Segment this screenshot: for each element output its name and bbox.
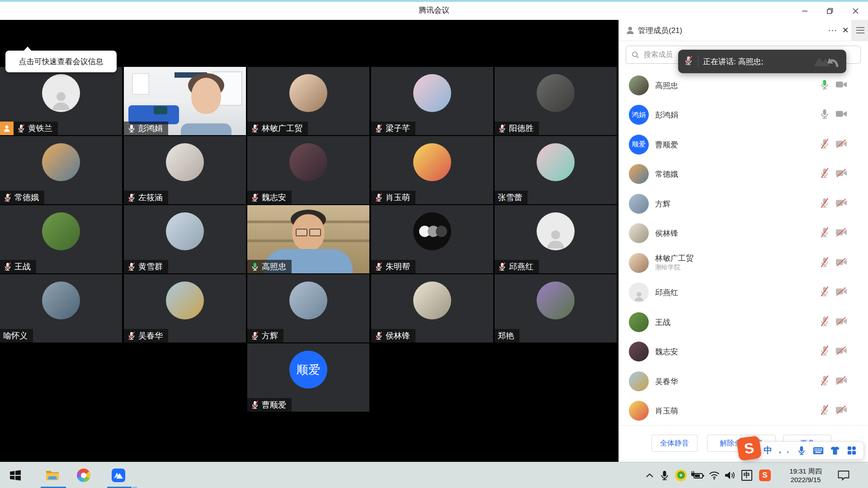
member-muted-mic-icon[interactable] — [819, 404, 830, 417]
member-camera-off-icon[interactable] — [835, 169, 847, 179]
member-row[interactable]: 王战 — [619, 307, 868, 337]
video-tile[interactable]: 顺爱 曹顺爱 — [247, 343, 369, 412]
member-row[interactable]: 鸿娟彭鸿娟 — [619, 100, 868, 130]
member-camera-off-icon[interactable] — [835, 258, 847, 268]
video-tile[interactable]: 王战 — [0, 205, 122, 273]
video-tile[interactable]: 张雪蕾 — [495, 136, 617, 204]
member-camera-off-icon[interactable] — [835, 376, 847, 386]
video-tile[interactable]: 肖玉萌 — [371, 136, 493, 204]
member-camera-off-icon[interactable] — [835, 139, 847, 150]
member-muted-mic-icon[interactable] — [819, 345, 830, 358]
ime-keyboard-icon[interactable] — [810, 441, 826, 460]
avatar — [629, 371, 649, 391]
minimize-button[interactable] — [792, 2, 817, 20]
minimize-icon — [801, 7, 808, 14]
member-muted-mic-icon[interactable] — [819, 197, 830, 210]
browser-button[interactable] — [73, 462, 94, 488]
member-row[interactable]: 林敏广工贸测绘学院 — [619, 248, 868, 277]
member-mic-on-icon[interactable] — [819, 108, 830, 121]
video-tile[interactable]: 郑艳 — [495, 274, 617, 343]
title-bar[interactable]: 腾讯会议 — [0, 0, 868, 20]
member-muted-mic-icon[interactable] — [819, 138, 830, 151]
action-center-button[interactable] — [837, 470, 850, 481]
member-row[interactable]: 高照忠 — [619, 70, 868, 100]
participant-name-label: 肖玉萌 — [371, 191, 415, 204]
video-tile[interactable]: 邱燕红 — [495, 205, 617, 273]
video-tile[interactable]: 朱明帮 — [371, 205, 493, 273]
member-row[interactable]: 魏志安 — [619, 337, 868, 366]
member-muted-mic-icon[interactable] — [819, 227, 830, 239]
ime-skin-icon[interactable] — [826, 441, 843, 460]
file-explorer-button[interactable] — [42, 462, 63, 488]
more-options-button[interactable]: ⋯ — [826, 20, 840, 41]
video-tile[interactable]: 林敏广工贸 — [247, 67, 369, 135]
start-button[interactable] — [5, 462, 26, 488]
member-muted-mic-icon[interactable] — [819, 286, 830, 299]
participant-name-label: 林敏广工贸 — [247, 122, 308, 135]
tray-battery-icon[interactable] — [690, 470, 705, 480]
member-muted-mic-icon[interactable] — [819, 168, 830, 180]
video-tile[interactable]: 吴春华 — [124, 274, 246, 343]
tencent-meeting-taskbar-button[interactable] — [108, 462, 129, 488]
ime-toolbar[interactable]: 中 。， — [744, 441, 864, 460]
member-name: 肖玉萌 — [655, 406, 678, 416]
member-row[interactable]: 常德娥 — [619, 160, 868, 189]
ime-toolbox-icon[interactable] — [843, 441, 860, 460]
tray-microphone-icon[interactable] — [659, 470, 670, 481]
member-camera-off-icon[interactable] — [835, 406, 847, 416]
member-camera-off-icon[interactable] — [835, 317, 847, 327]
member-row[interactable]: 方辉 — [619, 189, 868, 218]
participant-name: 黄铁兰 — [28, 123, 52, 134]
avatar — [289, 282, 327, 319]
panel-close-button[interactable]: ✕ — [839, 20, 852, 41]
sogou-ime-logo[interactable]: S — [736, 436, 762, 461]
member-row[interactable]: 吴春华 — [619, 366, 868, 396]
close-button[interactable] — [843, 2, 868, 20]
taskbar-clock[interactable]: 19:31 周四 2022/9/15 — [778, 467, 833, 484]
mute-all-button[interactable]: 全体静音 — [651, 435, 698, 452]
member-row[interactable]: 邱燕红 — [619, 278, 868, 307]
member-muted-mic-icon[interactable] — [819, 257, 830, 269]
member-camera-off-icon[interactable] — [835, 198, 847, 209]
tray-360-security-icon[interactable]: + — [675, 469, 687, 481]
member-row[interactable]: 顺爱曹顺爱 — [619, 130, 868, 159]
member-camera-on-icon[interactable] — [835, 80, 847, 90]
ime-voice-input-icon[interactable] — [793, 441, 810, 460]
member-muted-mic-icon[interactable] — [819, 316, 830, 328]
participant-name-label: 张雪蕾 — [495, 191, 528, 204]
video-tile[interactable]: 喻怀义 — [0, 274, 122, 343]
tray-wifi-icon[interactable] — [708, 470, 720, 480]
member-row[interactable]: 侯林锋 — [619, 219, 868, 248]
video-tile[interactable]: 黄雪群 — [124, 205, 246, 273]
video-tile[interactable]: 方辉 — [247, 274, 369, 343]
member-row[interactable]: 肖玉萌 — [619, 396, 868, 426]
member-camera-on-icon[interactable] — [835, 110, 847, 120]
video-tile[interactable]: 高照忠 — [247, 205, 369, 273]
member-muted-mic-icon[interactable] — [819, 375, 830, 388]
ime-chinese-mode[interactable]: 中 — [760, 441, 776, 460]
tray-show-hidden-icons[interactable] — [645, 473, 654, 478]
ime-punctuation-mode[interactable]: 。， — [776, 441, 793, 460]
video-tile[interactable]: 常德娥 — [0, 136, 122, 204]
video-tile[interactable]: 彭鸿娟 — [124, 67, 246, 135]
participant-name-label: 黄雪群 — [124, 260, 168, 273]
member-speaking-mic-icon[interactable] — [819, 79, 830, 92]
member-camera-off-icon[interactable] — [835, 287, 847, 298]
restore-button[interactable] — [817, 2, 843, 20]
member-name: 常德娥 — [655, 169, 678, 179]
tray-speaker-icon[interactable] — [724, 470, 736, 480]
member-camera-off-icon[interactable] — [835, 228, 847, 239]
panel-menu-button[interactable] — [852, 20, 868, 41]
participant-name: 常德娥 — [14, 192, 39, 203]
member-camera-off-icon[interactable] — [835, 347, 847, 357]
tray-sogou-icon[interactable]: S — [759, 469, 771, 481]
video-tile[interactable]: 梁子芊 — [371, 67, 493, 135]
video-tile[interactable]: 侯林锋 — [371, 274, 493, 343]
avatar — [166, 282, 204, 319]
video-tile[interactable]: 左筱涵 — [124, 136, 246, 204]
video-tile[interactable]: 黄铁兰 — [0, 67, 122, 135]
tray-input-method-indicator[interactable]: 中 — [741, 470, 752, 481]
video-tile[interactable]: 阳德胜 — [495, 67, 617, 135]
footer-divider — [619, 425, 868, 426]
video-tile[interactable]: 魏志安 — [247, 136, 369, 204]
